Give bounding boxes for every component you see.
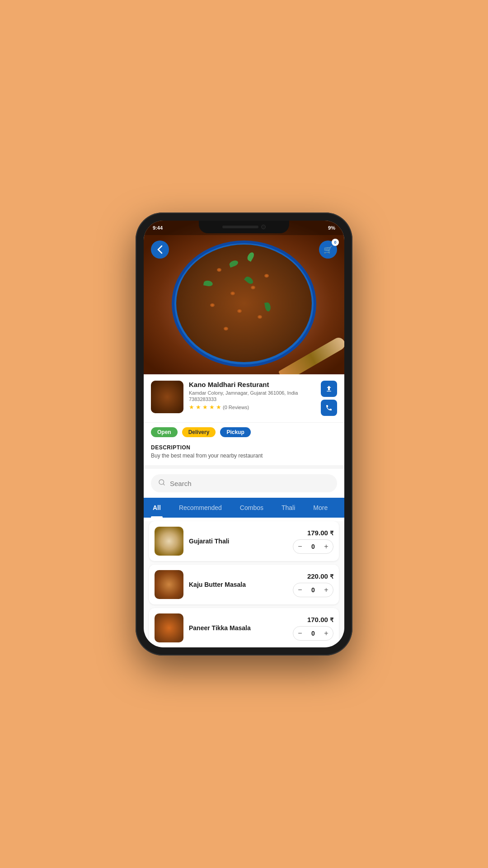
status-tags: Open Delivery Pickup [144,423,344,442]
food-detail [264,274,269,278]
delivery-tag: Delivery [182,427,216,437]
search-box[interactable] [151,474,337,492]
phone-button[interactable] [321,400,337,416]
action-buttons [321,381,337,416]
search-section [144,469,344,498]
back-button[interactable] [151,241,169,259]
menu-item-info: Gujarati Thali [189,538,287,545]
herb-detail [246,251,255,262]
increase-button[interactable]: + [319,627,333,640]
restaurant-address: Kamdar Colony, Jamnagar, Gujarat 361006,… [189,390,315,396]
battery-display: 9% [328,225,335,231]
increase-button[interactable]: + [319,583,333,597]
category-tabs: All Recommended Combos Thali More [144,498,344,518]
menu-item-price-area: 220.00 ₹ − 0 + [293,572,333,597]
menu-item-thumbnail [155,570,183,599]
time-display: 9:44 [153,225,163,231]
restaurant-info: Kano Maldhari Resturant Kamdar Colony, J… [189,381,315,410]
herb-detail [203,280,213,287]
food-detail [217,268,221,272]
star-1: ★ [189,404,194,410]
description-title: DESCRIPTION [151,444,337,451]
rupee-symbol: ₹ [330,530,333,537]
quantity-value: 0 [307,543,319,550]
food-detail [258,315,262,319]
restaurant-phone: 7383283333 [189,396,315,402]
reviews-count: (0 Reviews) [223,405,249,410]
menu-item-thumbnail [155,613,183,642]
tab-recommended[interactable]: Recommended [170,498,231,518]
food-detail [230,292,235,295]
quantity-control: − 0 + [293,626,333,641]
dish-inner [176,245,312,362]
star-2: ★ [196,404,201,410]
food-detail [251,286,255,289]
restaurant-card: Kano Maldhari Resturant Kamdar Colony, J… [144,374,344,423]
increase-button[interactable]: + [319,540,333,553]
menu-item-price-area: 179.00 ₹ − 0 + [293,529,333,554]
rupee-symbol: ₹ [330,573,333,580]
directions-button[interactable] [321,381,337,397]
herb-detail [264,302,271,312]
quantity-value: 0 [307,586,319,594]
menu-item-info: Paneer Tikka Masala [189,624,287,632]
quantity-control: − 0 + [293,583,333,597]
rupee-symbol: ₹ [330,617,333,623]
menu-item-price: 220.00 ₹ [307,572,333,580]
decrease-button[interactable]: − [293,583,307,597]
food-detail [224,327,228,330]
cart-button[interactable]: 🛒 0 [319,241,337,259]
menu-item-price: 179.00 ₹ [307,529,333,537]
screen: 9:44 9% [144,221,344,647]
content-area: Kano Maldhari Resturant Kamdar Colony, J… [144,374,344,647]
quantity-control: − 0 + [293,539,333,554]
phone-frame: 9:44 9% [136,212,352,656]
hero-image: 🛒 0 [144,221,344,374]
herb-detail [229,259,239,268]
menu-item-name: Gujarati Thali [189,538,287,545]
menu-item-price: 170.00 ₹ [307,616,333,623]
rating-row: ★ ★ ★ ★ ★ (0 Reviews) [189,404,315,410]
status-bar: 9:44 9% [144,221,344,235]
description-section: DESCRIPTION Buy the best meal from your … [144,442,344,469]
tab-all[interactable]: All [144,498,170,518]
cart-badge: 0 [332,239,339,246]
food-detail [210,303,215,307]
tab-thali[interactable]: Thali [272,498,304,518]
star-5: ★ [216,404,221,410]
phone-wrapper: 9:44 9% [122,190,366,678]
menu-item-thumbnail [155,527,183,556]
restaurant-thumbnail [151,381,183,413]
decrease-button[interactable]: − [293,627,307,640]
herb-detail [244,275,254,285]
menu-list: Gujarati Thali 179.00 ₹ − 0 + [144,521,344,647]
tab-more[interactable]: More [304,498,337,518]
restaurant-name: Kano Maldhari Resturant [189,381,315,389]
cart-icon: 🛒 [324,245,333,254]
menu-item-name: Kaju Butter Masala [189,581,287,588]
star-4: ★ [209,404,215,410]
menu-item: Kaju Butter Masala 220.00 ₹ − 0 + [149,565,339,604]
decrease-button[interactable]: − [293,540,307,553]
description-text: Buy the best meal from your nearby resta… [151,453,337,459]
food-detail [237,309,242,313]
tab-combos[interactable]: Combos [231,498,272,518]
pickup-tag: Pickup [220,427,250,437]
star-3: ★ [202,404,208,410]
menu-item: Paneer Tikka Masala 170.00 ₹ − 0 + [149,608,339,647]
menu-item: Gujarati Thali 179.00 ₹ − 0 + [149,521,339,561]
menu-item-info: Kaju Butter Masala [189,581,287,588]
menu-item-name: Paneer Tikka Masala [189,624,287,632]
menu-item-price-area: 170.00 ₹ − 0 + [293,616,333,641]
open-tag: Open [151,427,178,437]
search-input[interactable] [170,480,330,487]
quantity-value: 0 [307,630,319,637]
search-icon [158,479,165,488]
